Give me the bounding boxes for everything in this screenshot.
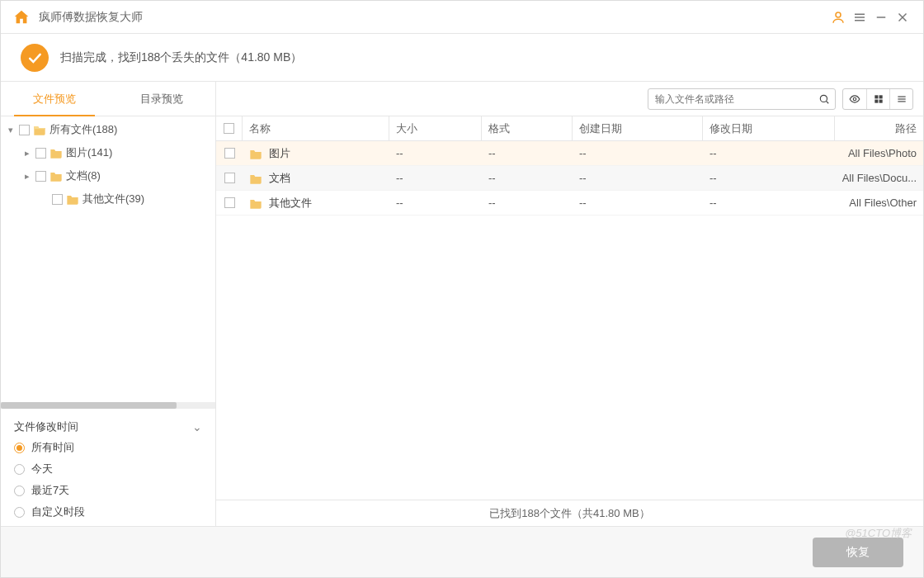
close-button[interactable]	[892, 7, 913, 28]
view-toggle-group	[842, 88, 913, 110]
results-summary: 已找到188个文件（共41.80 MB）	[216, 500, 923, 526]
cell-name: 其他文件	[269, 196, 312, 211]
sidebar-scrollbar[interactable]	[1, 402, 215, 409]
table-row[interactable]: 其他文件 -- -- -- -- All Files\Other	[216, 191, 923, 216]
cell-size: --	[389, 147, 482, 159]
cell-mdate: --	[703, 172, 835, 184]
tree-row-photo[interactable]: ▸ 图片(141)	[1, 141, 215, 164]
table-row[interactable]: 图片 -- -- -- -- All Files\Photo	[216, 141, 923, 166]
tree-label: 其他文件(39)	[82, 192, 144, 206]
chevron-down-icon: ⌄	[192, 420, 202, 434]
cell-format: --	[482, 172, 573, 184]
cell-mdate: --	[703, 147, 835, 159]
check-icon	[21, 44, 49, 72]
svg-rect-13	[879, 99, 882, 102]
search-box[interactable]	[648, 88, 836, 110]
folder-icon	[249, 148, 262, 159]
tree-row-doc[interactable]: ▸ 文档(8)	[1, 164, 215, 187]
time-filter: 文件修改时间 ⌄ 所有时间 今天 最近7天 自定义时段	[1, 410, 215, 526]
folder-icon	[249, 197, 262, 209]
folder-icon	[66, 193, 79, 205]
tree-label: 图片(141)	[66, 145, 112, 160]
recover-button[interactable]: 恢复	[813, 538, 903, 567]
checkbox[interactable]	[19, 125, 30, 135]
app-title: 疯师傅数据恢复大师	[39, 10, 143, 25]
cell-path: All Files\Docu...	[835, 172, 923, 184]
svg-rect-11	[879, 95, 882, 98]
cell-name: 图片	[269, 146, 290, 161]
cell-cdate: --	[573, 197, 703, 209]
col-cdate[interactable]: 创建日期	[573, 116, 703, 140]
row-checkbox[interactable]	[224, 148, 235, 159]
radio-checked-icon[interactable]	[14, 443, 25, 453]
filter-header[interactable]: 文件修改时间 ⌄	[14, 417, 202, 437]
col-size[interactable]: 大小	[389, 116, 482, 140]
svg-point-9	[853, 97, 856, 101]
cell-name: 文档	[269, 171, 290, 186]
radio-icon[interactable]	[14, 486, 25, 496]
cell-size: --	[389, 197, 482, 209]
folder-icon	[50, 170, 63, 182]
col-mdate[interactable]: 修改日期	[703, 116, 835, 140]
view-list-button[interactable]	[889, 89, 912, 109]
menu-icon[interactable]	[849, 7, 870, 28]
search-input[interactable]	[653, 92, 818, 106]
radio-label: 今天	[31, 462, 53, 476]
minimize-button[interactable]	[870, 7, 892, 28]
table-header: 名称 大小 格式 创建日期 修改日期 路径	[216, 116, 923, 141]
body: ▾ 所有文件(188) ▸ 图片(141) ▸ 文档(8)	[1, 116, 923, 526]
search-icon	[818, 93, 830, 105]
filter-title: 文件修改时间	[14, 419, 78, 434]
tree-row-all[interactable]: ▾ 所有文件(188)	[1, 118, 215, 141]
row-checkbox[interactable]	[224, 173, 235, 183]
svg-point-7	[820, 95, 827, 102]
radio-icon[interactable]	[14, 464, 25, 475]
table-row[interactable]: 文档 -- -- -- -- All Files\Docu...	[216, 166, 923, 191]
col-name[interactable]: 名称	[243, 116, 389, 140]
col-format[interactable]: 格式	[482, 116, 573, 140]
tree-label: 文档(8)	[66, 168, 101, 183]
caret-down-icon[interactable]: ▾	[6, 125, 16, 135]
sidebar: ▾ 所有文件(188) ▸ 图片(141) ▸ 文档(8)	[1, 116, 216, 526]
folder-icon	[50, 147, 63, 159]
main-panel: 名称 大小 格式 创建日期 修改日期 路径 图片 -- -- -- -- All…	[216, 116, 923, 526]
tree-row-other[interactable]: 其他文件(39)	[1, 187, 215, 211]
caret-right-icon[interactable]: ▸	[22, 148, 32, 159]
cell-path: All Files\Other	[835, 197, 923, 209]
radio-label: 自定义时段	[31, 505, 85, 519]
filter-opt-custom[interactable]: 自定义时段	[14, 501, 202, 523]
filter-opt-today[interactable]: 今天	[14, 458, 202, 480]
tab-file-preview[interactable]: 文件预览	[1, 82, 108, 116]
cell-cdate: --	[573, 172, 703, 184]
cell-format: --	[482, 197, 573, 209]
svg-line-8	[826, 101, 828, 103]
toolbar-right	[216, 82, 923, 116]
home-icon[interactable]	[11, 7, 32, 28]
list-icon	[896, 93, 908, 105]
radio-icon[interactable]	[14, 507, 25, 518]
row-checkbox[interactable]	[224, 197, 235, 208]
user-icon[interactable]	[827, 7, 849, 28]
bottom-bar: 恢复	[1, 526, 923, 577]
select-all-checkbox[interactable]	[224, 123, 234, 134]
caret-right-icon[interactable]: ▸	[22, 171, 32, 182]
svg-rect-10	[874, 95, 878, 98]
checkbox[interactable]	[52, 194, 63, 205]
scan-status-text: 扫描完成，找到188个丢失的文件（41.80 MB）	[60, 50, 302, 65]
checkbox[interactable]	[35, 148, 46, 159]
cell-cdate: --	[573, 147, 703, 159]
col-path[interactable]: 路径	[835, 116, 923, 140]
view-grid-button[interactable]	[866, 89, 889, 109]
eye-icon	[849, 93, 860, 105]
tree-label: 所有文件(188)	[50, 122, 117, 137]
folder-icon	[249, 173, 262, 184]
filter-opt-all[interactable]: 所有时间	[14, 437, 202, 458]
view-preview-button[interactable]	[843, 89, 866, 109]
svg-rect-12	[874, 99, 878, 102]
radio-label: 最近7天	[31, 483, 69, 498]
tab-dir-preview[interactable]: 目录预览	[108, 82, 215, 116]
filter-opt-last7[interactable]: 最近7天	[14, 480, 202, 501]
grid-icon	[873, 93, 884, 105]
scan-status-bar: 扫描完成，找到188个丢失的文件（41.80 MB）	[1, 34, 923, 82]
checkbox[interactable]	[35, 171, 46, 182]
